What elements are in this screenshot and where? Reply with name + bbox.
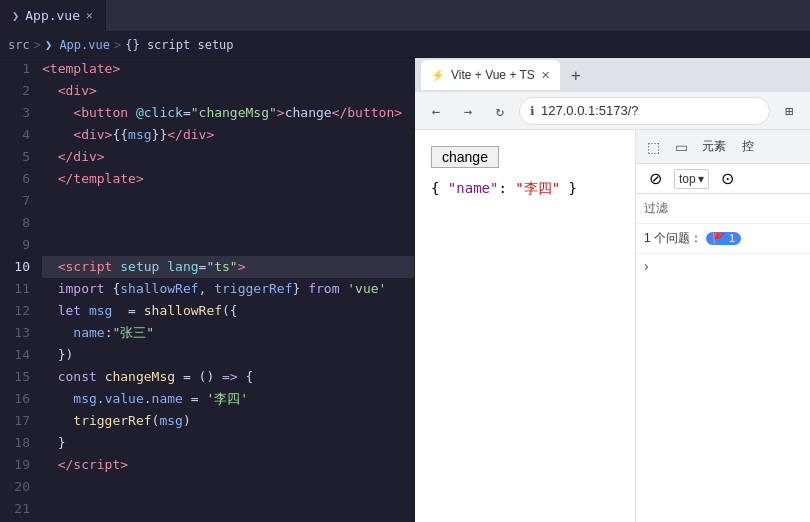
filter-section: 过滤: [636, 194, 810, 224]
issue-badge-icon: 🚩: [712, 232, 726, 244]
tab-console[interactable]: 控: [736, 136, 760, 157]
breadcrumb-sep1: >: [34, 38, 41, 52]
settings-icon[interactable]: ⊙: [717, 168, 739, 190]
devtools-toolbar: ⬚ ▭ 元素 控: [636, 130, 810, 164]
browser-tab-close[interactable]: ✕: [541, 69, 550, 82]
devtools-panel: ⬚ ▭ 元素 控 ⊘ top ▾ ⊙ 过滤: [635, 130, 810, 522]
breadcrumb-src: src: [8, 38, 30, 52]
line-numbers: 1234567891011121314151617181920212223: [0, 58, 38, 522]
back-button[interactable]: ←: [423, 98, 449, 124]
browser-tab-title: Vite + Vue + TS: [451, 68, 535, 82]
expand-arrow[interactable]: ›: [636, 254, 810, 278]
issues-row: 1 个问题： 🚩 1: [636, 224, 810, 254]
browser-tab-bar: ⚡ Vite + Vue + TS ✕ +: [415, 58, 810, 92]
web-content: change { "name": "李四" }: [415, 130, 635, 522]
breadcrumb: src > ❯ App.vue > {} script setup: [0, 32, 810, 58]
json-output: { "name": "李四" }: [431, 180, 619, 198]
inspect-element-icon[interactable]: ⬚: [642, 136, 664, 158]
tab-filename: App.vue: [25, 8, 80, 23]
url-text: 127.0.0.1:5173/?: [541, 103, 639, 118]
filter-label: 过滤: [644, 200, 668, 217]
console-toolbar: ⊘ top ▾ ⊙: [636, 164, 810, 194]
browser-tab[interactable]: ⚡ Vite + Vue + TS ✕: [421, 60, 560, 90]
reload-button[interactable]: ↻: [487, 98, 513, 124]
vite-favicon: ⚡: [431, 69, 445, 82]
tab-close-icon[interactable]: ✕: [86, 9, 93, 22]
forward-button[interactable]: →: [455, 98, 481, 124]
issue-badge: 🚩 1: [706, 232, 741, 245]
issues-label: 1 个问题：: [644, 230, 702, 247]
translate-button[interactable]: ⊞: [776, 98, 802, 124]
devtools-icons: ⬚ ▭: [642, 136, 692, 158]
vue-icon: ❯: [12, 9, 19, 23]
new-tab-button[interactable]: +: [562, 61, 590, 89]
top-label: top: [679, 172, 696, 186]
browser-nav: ← → ↻ ℹ 127.0.0.1:5173/? ⊞: [415, 92, 810, 130]
lock-icon: ℹ: [530, 104, 535, 118]
change-button[interactable]: change: [431, 146, 499, 168]
clear-console-icon[interactable]: ⊘: [644, 168, 666, 190]
code-content[interactable]: <template> <div> <button @click="changeM…: [38, 58, 414, 522]
tab-elements[interactable]: 元素: [696, 136, 732, 157]
device-toggle-icon[interactable]: ▭: [670, 136, 692, 158]
issue-count: 1: [729, 232, 735, 244]
editor-tab[interactable]: ❯ App.vue ✕: [0, 0, 106, 32]
code-editor: 1234567891011121314151617181920212223 <t…: [0, 58, 415, 522]
browser-body: change { "name": "李四" } ⬚ ▭ 元素 控 ⊘: [415, 130, 810, 522]
breadcrumb-file: ❯ App.vue: [45, 38, 110, 52]
breadcrumb-sep2: >: [114, 38, 121, 52]
address-bar[interactable]: ℹ 127.0.0.1:5173/?: [519, 97, 770, 125]
breadcrumb-section: {} script setup: [125, 38, 233, 52]
top-dropdown[interactable]: top ▾: [674, 169, 709, 189]
browser-panel: ⚡ Vite + Vue + TS ✕ + ← → ↻ ℹ 127.0.0.1:…: [415, 58, 810, 522]
dropdown-arrow: ▾: [698, 172, 704, 186]
